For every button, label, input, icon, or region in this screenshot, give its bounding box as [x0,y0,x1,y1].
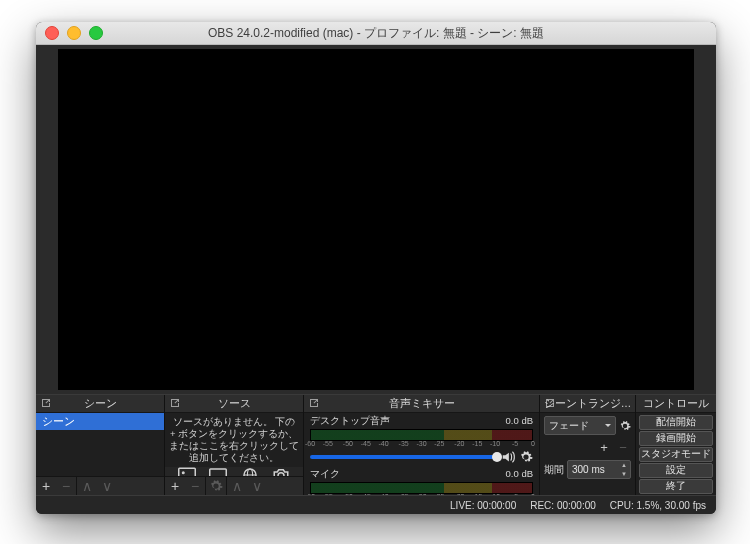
transitions-title: シーントランジ… [544,397,632,411]
mixer-channel-name: デスクトップ音声 [310,415,390,428]
mixer-channel-level: 0.0 dB [506,415,533,428]
sources-title: ソース [218,397,251,411]
obs-window: OBS 24.0.2-modified (mac) - プロファイル: 無題 -… [36,22,716,514]
mixer-title: 音声ミキサー [389,397,455,411]
mixer-channel-level: 0.0 dB [506,468,533,481]
titlebar[interactable]: OBS 24.0.2-modified (mac) - プロファイル: 無題 -… [36,22,716,45]
gear-icon[interactable] [519,450,533,464]
meter-scale: -60-55-50-45-40-35-30-25-20-15-10-50 [310,494,533,495]
volume-slider[interactable] [310,455,497,459]
camera-source-icon [272,467,290,477]
transition-add-button[interactable]: + [596,439,612,456]
status-rec: REC: 00:00:00 [530,500,596,511]
mixer-dock: 音声ミキサー デスクトップ音声 0.0 dB -60-55-50-45-40-3… [304,395,540,495]
popout-icon[interactable] [308,397,320,409]
browser-source-icon [241,467,259,477]
popout-icon[interactable] [544,397,556,409]
gear-icon[interactable] [619,420,631,432]
meter-scale: -60-55-50-45-40-35-30-25-20-15-10-50 [310,441,533,449]
sources-body[interactable]: ソースがありません。 下の + ボタンをクリックするか、 またはここを右クリック… [165,413,303,476]
source-up-button[interactable]: ∧ [226,477,247,495]
duration-spinbox[interactable]: 300 ms ▲▼ [567,460,631,479]
source-settings-button[interactable] [205,477,226,495]
speaker-icon[interactable] [501,450,515,464]
spin-up-icon[interactable]: ▲ [618,461,630,470]
status-cpu: CPU: 1.5%, 30.00 fps [610,500,706,511]
start-recording-button[interactable]: 録画開始 [639,431,713,446]
transition-remove-button[interactable]: − [615,439,631,456]
svg-rect-0 [179,468,196,476]
popout-icon[interactable] [40,397,52,409]
duration-label: 期間 [544,463,564,477]
image-source-icon [178,467,196,477]
svg-point-1 [182,471,185,474]
mixer-channel-mic: マイク 0.0 dB -60-55-50-45-40-35-30-25-20-1… [304,466,539,495]
duration-value: 300 ms [572,464,605,475]
scenes-title: シーン [84,397,117,411]
docks-row: シーン シーン + − ∧ ∨ ソース ソースがありません。 下の + ボタンを… [36,394,716,495]
status-bar: LIVE: 00:00:00 REC: 00:00:00 CPU: 1.5%, … [36,495,716,514]
add-source-button[interactable]: + [165,477,185,495]
zoom-window-button[interactable] [89,26,103,40]
source-down-button[interactable]: ∨ [247,477,267,495]
mixer-body: デスクトップ音声 0.0 dB -60-55-50-45-40-35-30-25… [304,413,539,495]
window-title: OBS 24.0.2-modified (mac) - プロファイル: 無題 -… [36,25,716,42]
scenes-footer: + − ∧ ∨ [36,476,164,495]
remove-source-button[interactable]: − [185,477,205,495]
studio-mode-button[interactable]: スタジオモード [639,447,713,462]
scene-down-button[interactable]: ∨ [97,477,117,495]
scenes-header[interactable]: シーン [36,395,164,413]
transition-current: フェード [549,419,589,433]
controls-body: 配信開始 録画開始 スタジオモード 設定 終了 [636,413,716,495]
status-live: LIVE: 00:00:00 [450,500,516,511]
sources-header[interactable]: ソース [165,395,303,413]
sources-empty-hint: ソースがありません。 下の + ボタンをクリックするか、 またはここを右クリック… [165,413,303,467]
transition-select[interactable]: フェード [544,416,616,435]
svg-rect-2 [210,469,227,477]
mixer-channel-desktop: デスクトップ音声 0.0 dB -60-55-50-45-40-35-30-25… [304,413,539,466]
remove-scene-button[interactable]: − [56,477,76,495]
exit-button[interactable]: 終了 [639,479,713,494]
display-source-icon [209,467,227,477]
sources-footer: + − ∧ ∨ [165,476,303,495]
controls-header[interactable]: コントロール [636,395,716,413]
minimize-window-button[interactable] [67,26,81,40]
scenes-dock: シーン シーン + − ∧ ∨ [36,395,165,495]
controls-title: コントロール [643,397,709,411]
close-window-button[interactable] [45,26,59,40]
traffic-lights [45,26,103,40]
mixer-channel-name: マイク [310,468,340,481]
scenes-list[interactable]: シーン [36,413,164,476]
mixer-header[interactable]: 音声ミキサー [304,395,539,413]
transitions-header[interactable]: シーントランジ… [540,395,635,413]
chevron-down-icon [604,421,612,429]
add-scene-button[interactable]: + [36,477,56,495]
scene-item-selected[interactable]: シーン [36,413,164,430]
transitions-body: フェード + − 期間 300 ms ▲▼ [540,413,635,495]
controls-dock: コントロール 配信開始 録画開始 スタジオモード 設定 終了 [636,395,716,495]
scene-up-button[interactable]: ∧ [76,477,97,495]
start-streaming-button[interactable]: 配信開始 [639,415,713,430]
settings-button[interactable]: 設定 [639,463,713,478]
popout-icon[interactable] [169,397,181,409]
sources-dock: ソース ソースがありません。 下の + ボタンをクリックするか、 またはここを右… [165,395,304,495]
preview-area [36,45,716,394]
program-preview[interactable] [58,49,694,390]
transitions-dock: シーントランジ… フェード + − 期間 [540,395,636,495]
source-type-icons [165,467,303,477]
spin-down-icon[interactable]: ▼ [618,470,630,479]
